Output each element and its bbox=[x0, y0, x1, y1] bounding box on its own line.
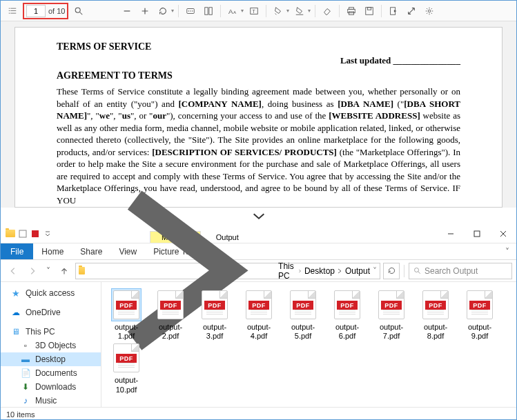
close-button[interactable] bbox=[490, 224, 516, 243]
dropdown-icon[interactable]: ▾ bbox=[308, 8, 311, 14]
ribbon-tab-file[interactable]: File bbox=[1, 243, 33, 259]
underline-icon[interactable] bbox=[292, 3, 307, 19]
file-label: output-7.pdf bbox=[372, 323, 411, 341]
breadcrumb-segment[interactable]: This PC bbox=[278, 261, 302, 281]
pdf-toolbar: of 10 ▾ AA ▾ T ▾ ▾ bbox=[1, 1, 516, 21]
svg-rect-15 bbox=[368, 7, 371, 10]
doc-heading-1: TERMS OF SERVICE bbox=[57, 41, 460, 52]
nav-documents[interactable]: 📄Documents bbox=[1, 366, 101, 380]
file-item[interactable]: PDFoutput-2.pdf bbox=[151, 289, 190, 341]
file-item[interactable]: PDFoutput-1.pdf bbox=[107, 289, 146, 341]
file-label: output-6.pdf bbox=[328, 323, 367, 341]
nav-desktop[interactable]: ▬Desktop bbox=[1, 352, 101, 366]
text-size-icon[interactable]: AA bbox=[225, 3, 240, 19]
breadcrumb[interactable]: This PC Desktop Output ˅ bbox=[75, 263, 380, 279]
up-button[interactable] bbox=[56, 263, 72, 279]
dropdown-icon[interactable]: ▾ bbox=[286, 8, 289, 14]
refresh-button[interactable] bbox=[383, 263, 400, 279]
erase-icon[interactable] bbox=[320, 3, 335, 19]
qat-dropdown-icon[interactable] bbox=[42, 228, 53, 239]
recent-dropdown-icon[interactable]: ˅ bbox=[43, 263, 53, 279]
nav-quick-access[interactable]: ★Quick access bbox=[1, 286, 101, 300]
file-label: output-8.pdf bbox=[416, 323, 455, 341]
file-label: output-10.pdf bbox=[107, 376, 146, 394]
ribbon-expand-icon[interactable]: ˅ bbox=[498, 247, 516, 257]
search-icon[interactable] bbox=[71, 3, 86, 19]
folder-icon bbox=[79, 267, 85, 274]
pdf-icon: PDF bbox=[467, 290, 493, 319]
search-icon bbox=[413, 267, 422, 275]
forward-button[interactable] bbox=[24, 263, 41, 279]
svg-rect-19 bbox=[32, 230, 39, 237]
breadcrumb-segment[interactable]: Desktop bbox=[304, 266, 342, 276]
nav-3d-objects[interactable]: ▫3D Objects bbox=[1, 339, 101, 352]
folder-icon[interactable] bbox=[5, 228, 16, 239]
save-icon[interactable] bbox=[362, 3, 377, 19]
qat-icon[interactable] bbox=[30, 228, 41, 239]
svg-text:T: T bbox=[253, 8, 256, 13]
search-input[interactable]: Search Output bbox=[409, 263, 512, 279]
maximize-button[interactable] bbox=[464, 224, 490, 243]
pdf-icon: PDF bbox=[246, 290, 272, 319]
file-item[interactable]: PDFoutput-7.pdf bbox=[372, 289, 411, 341]
last-updated-label: Last updated _______________ bbox=[57, 55, 460, 66]
file-item[interactable]: PDFoutput-5.pdf bbox=[284, 289, 322, 341]
pdf-icon: PDF bbox=[202, 290, 228, 319]
nav-onedrive[interactable]: ☁OneDrive bbox=[1, 306, 101, 319]
desktop-icon: ▬ bbox=[20, 354, 31, 364]
back-button[interactable] bbox=[5, 263, 21, 279]
file-list[interactable]: PDFoutput-1.pdfPDFoutput-2.pdfPDFoutput-… bbox=[101, 282, 516, 407]
settings-icon[interactable] bbox=[422, 3, 437, 19]
file-label: output-1.pdf bbox=[107, 323, 146, 341]
chevron-down-icon[interactable]: ˅ bbox=[373, 266, 377, 276]
svg-point-0 bbox=[76, 8, 81, 12]
pdf-icon: PDF bbox=[334, 290, 360, 319]
svg-rect-14 bbox=[366, 7, 373, 14]
fullscreen-icon[interactable] bbox=[404, 3, 419, 19]
svg-rect-20 bbox=[474, 231, 480, 237]
file-item[interactable]: PDFoutput-8.pdf bbox=[416, 289, 455, 341]
file-explorer-window: Manage Output File Home Share View Pictu… bbox=[1, 224, 516, 420]
page-number-input[interactable] bbox=[26, 5, 46, 17]
breadcrumb-segment[interactable]: Output bbox=[345, 266, 370, 276]
item-count-label: 10 items bbox=[6, 410, 35, 419]
export-icon[interactable] bbox=[386, 3, 401, 19]
file-label: output-4.pdf bbox=[240, 323, 278, 341]
cloud-icon: ☁ bbox=[10, 308, 21, 317]
file-item[interactable]: PDFoutput-4.pdf bbox=[240, 289, 278, 341]
fit-width-icon[interactable] bbox=[183, 3, 198, 19]
documents-icon: 📄 bbox=[20, 368, 31, 378]
svg-point-2 bbox=[188, 10, 189, 11]
outline-icon[interactable] bbox=[5, 3, 20, 19]
nav-music[interactable]: ♪Music bbox=[1, 394, 101, 407]
dropdown-icon[interactable]: ▾ bbox=[171, 8, 174, 14]
ribbon-tab-home[interactable]: Home bbox=[33, 247, 72, 257]
svg-rect-6 bbox=[209, 7, 212, 14]
page-indicator-highlight: of 10 bbox=[23, 3, 68, 19]
highlight-icon[interactable] bbox=[271, 3, 286, 19]
page-view-icon[interactable] bbox=[201, 3, 216, 19]
svg-point-3 bbox=[191, 10, 191, 11]
file-item[interactable]: PDFoutput-10.pdf bbox=[107, 342, 146, 394]
nav-this-pc[interactable]: 🖥This PC bbox=[1, 325, 101, 339]
file-label: output-9.pdf bbox=[460, 323, 499, 341]
zoom-in-icon[interactable] bbox=[137, 3, 153, 19]
svg-text:A: A bbox=[228, 7, 233, 14]
file-item[interactable]: PDFoutput-9.pdf bbox=[460, 289, 499, 341]
file-item[interactable]: PDFoutput-3.pdf bbox=[195, 289, 234, 341]
zoom-out-icon[interactable] bbox=[119, 3, 135, 19]
pdf-icon: PDF bbox=[422, 290, 449, 319]
address-bar: ˅ This PC Desktop Output ˅ Search Output bbox=[1, 260, 516, 282]
downloads-icon: ⬇ bbox=[20, 382, 31, 392]
navigation-pane: ★Quick access ☁OneDrive 🖥This PC ▫3D Obj… bbox=[1, 282, 101, 407]
qat-icon[interactable] bbox=[17, 228, 28, 239]
nav-downloads[interactable]: ⬇Downloads bbox=[1, 380, 101, 394]
pc-icon: 🖥 bbox=[10, 327, 21, 337]
rotate-icon[interactable] bbox=[155, 3, 170, 19]
text-box-icon[interactable]: T bbox=[246, 3, 262, 19]
file-item[interactable]: PDFoutput-6.pdf bbox=[328, 289, 367, 341]
svg-point-17 bbox=[429, 10, 431, 12]
print-icon[interactable] bbox=[344, 3, 359, 19]
dropdown-icon[interactable]: ▾ bbox=[241, 8, 244, 14]
minimize-button[interactable] bbox=[438, 224, 464, 243]
